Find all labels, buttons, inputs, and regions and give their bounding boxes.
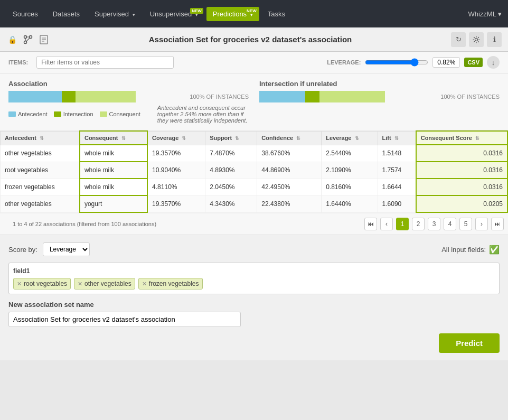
cell-consequent: whole milk <box>80 162 147 179</box>
pagination-row: 1 to 4 of 22 associations (filtered from… <box>0 213 508 235</box>
chart-description: Antecedent and consequent occur together… <box>157 105 249 124</box>
field1-section: field1 ✕root vegetables✕other vegetables… <box>8 263 500 294</box>
cell-score: 0.0205 <box>416 195 507 212</box>
cell-coverage: 19.3570% <box>147 145 205 162</box>
new-name-label: New association set name <box>8 301 500 309</box>
cell-confidence: 44.8690% <box>257 162 322 179</box>
nav-whizzml[interactable]: WhizzML ▾ <box>468 10 502 18</box>
info-icon[interactable]: ℹ <box>487 32 502 47</box>
chart-area: Association 100% OF INSTANCES Antecedent… <box>0 73 508 130</box>
field-tag: ✕root vegetables <box>13 278 71 290</box>
cell-lift: 1.6090 <box>378 195 416 212</box>
chart-pct: 100% OF INSTANCES <box>190 94 249 100</box>
csv-button[interactable]: CSV <box>464 58 483 67</box>
nav-sources[interactable]: Sources <box>6 7 44 21</box>
association-section: Association 100% OF INSTANCES Antecedent… <box>8 80 249 124</box>
col-header-coverage[interactable]: Coverage ⇅ <box>147 131 205 145</box>
tag-remove-icon[interactable]: ✕ <box>17 281 22 287</box>
cell-score: 0.0316 <box>416 179 507 195</box>
filter-bar: ITEMS: LEVERAGE: 0.82% CSV ↓ <box>0 52 508 73</box>
page-last-btn[interactable]: ⏭ <box>491 218 504 230</box>
nav-predictions[interactable]: Predictions ▾ NEW <box>206 7 259 21</box>
svg-point-1 <box>30 35 32 38</box>
table-row: frozen vegetables whole milk 4.8110% 2.0… <box>1 179 508 195</box>
supervised-arrow: ▾ <box>133 12 135 17</box>
legend-antecedent: Antecedent <box>8 111 48 117</box>
col-header-leverage[interactable]: Leverage ⇅ <box>322 131 378 145</box>
intersection-bar <box>259 91 436 102</box>
association-bar <box>8 91 185 102</box>
col-header-support[interactable]: Support ⇅ <box>205 131 257 145</box>
tag-remove-icon[interactable]: ✕ <box>142 281 147 287</box>
nav-tasks[interactable]: Tasks <box>261 7 291 21</box>
consequent-color <box>100 111 107 117</box>
cell-lift: 1.5148 <box>378 145 416 162</box>
cell-leverage: 1.6440% <box>322 195 378 212</box>
col-header-consequent[interactable]: Consequent ⇅ <box>80 131 147 145</box>
refresh-icon[interactable]: ↻ <box>451 32 466 47</box>
intersection-section: Intersection if unrelated 100% OF INSTAN… <box>259 80 500 124</box>
cell-support: 4.3430% <box>205 195 257 212</box>
predictions-badge: NEW <box>245 8 258 14</box>
cell-consequent: whole milk <box>80 145 147 162</box>
new-name-input[interactable] <box>8 312 241 327</box>
page-2-btn[interactable]: 2 <box>412 218 425 230</box>
cell-antecedent: root vegetables <box>1 162 80 179</box>
bar2-intersection <box>305 91 319 102</box>
tag-remove-icon[interactable]: ✕ <box>78 281 82 287</box>
chart-row: Association 100% OF INSTANCES Antecedent… <box>8 80 500 124</box>
table-row: other vegetables whole milk 19.3570% 7.4… <box>1 145 508 162</box>
nav-datasets[interactable]: Datasets <box>46 7 86 21</box>
page-first-btn[interactable]: ⏮ <box>364 218 377 230</box>
page-4-btn[interactable]: 4 <box>444 218 456 230</box>
leverage-container: LEVERAGE: 0.82% CSV ↓ <box>327 56 500 69</box>
cell-antecedent: other vegetables <box>1 145 80 162</box>
cell-support: 2.0450% <box>205 179 257 195</box>
cell-lift: 1.6644 <box>378 179 416 195</box>
page-1-btn[interactable]: 1 <box>396 218 409 230</box>
cell-coverage: 4.8110% <box>147 179 205 195</box>
cell-antecedent: other vegetables <box>1 195 80 212</box>
lock-icon[interactable]: 🔒 <box>6 34 18 45</box>
legend-consequent: Consequent <box>100 111 140 117</box>
page-next-btn[interactable]: › <box>475 218 488 230</box>
field-tag: ✕frozen vegetables <box>138 278 203 290</box>
top-nav: Sources Datasets Supervised ▾ Unsupervis… <box>0 0 508 27</box>
intersection-bar-container: 100% OF INSTANCES <box>259 91 500 102</box>
table-body: other vegetables whole milk 19.3570% 7.4… <box>1 145 508 212</box>
nav-supervised[interactable]: Supervised ▾ <box>88 7 142 21</box>
doc-icon <box>38 34 50 45</box>
download-icon[interactable]: ↓ <box>487 56 500 69</box>
page-3-btn[interactable]: 3 <box>428 218 440 230</box>
chart-legend: Antecedent Intersection Consequent Antec… <box>8 105 249 124</box>
items-filter-input[interactable] <box>36 56 174 69</box>
col-header-lift[interactable]: Lift ⇅ <box>378 131 416 145</box>
table-container: Antecedent ⇅ Consequent ⇅ Coverage ⇅ Sup… <box>0 130 508 213</box>
col-header-confidence[interactable]: Confidence ⇅ <box>257 131 322 145</box>
cell-confidence: 22.4380% <box>257 195 322 212</box>
nav-unsupervised[interactable]: Unsupervised ▾ NEW <box>144 7 204 21</box>
score-select[interactable]: Leverage <box>43 242 90 256</box>
items-label: ITEMS: <box>8 59 28 66</box>
predict-button[interactable]: Predict <box>439 333 500 353</box>
field-tags: ✕root vegetables✕other vegetables✕frozen… <box>13 278 495 290</box>
page-5-btn[interactable]: 5 <box>459 218 472 230</box>
settings-icon[interactable] <box>469 32 484 47</box>
cell-confidence: 38.6760% <box>257 145 322 162</box>
page-prev-btn[interactable]: ‹ <box>380 218 393 230</box>
cell-antecedent: frozen vegetables <box>1 179 80 195</box>
cell-coverage: 10.9040% <box>147 162 205 179</box>
col-header-score[interactable]: Consequent Score ⇅ <box>416 131 507 145</box>
field1-label: field1 <box>13 267 495 275</box>
leverage-slider[interactable] <box>365 58 428 67</box>
bar-consequent <box>76 91 136 102</box>
chart-pct2: 100% OF INSTANCES <box>440 94 500 100</box>
cell-leverage: 2.5440% <box>322 145 378 162</box>
table-row: root vegetables whole milk 10.9040% 4.89… <box>1 162 508 179</box>
svg-point-0 <box>24 35 27 38</box>
branch-icon[interactable] <box>22 34 34 45</box>
bar-intersection <box>62 91 76 102</box>
score-row: Score by: Leverage All input fields: ✅ <box>8 242 500 256</box>
all-fields-check-icon[interactable]: ✅ <box>489 245 500 255</box>
col-header-antecedent[interactable]: Antecedent ⇅ <box>1 131 80 145</box>
